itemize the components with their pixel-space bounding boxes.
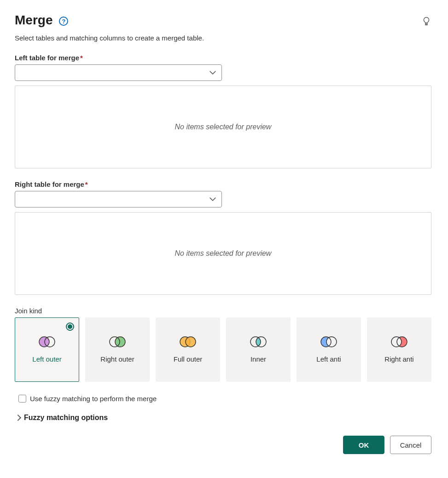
dialog-title: Merge [15, 13, 52, 28]
required-mark: * [80, 54, 83, 62]
venn-left-anti-icon [319, 336, 339, 348]
join-card-left-outer[interactable]: Left outer [15, 317, 79, 382]
right-preview-empty: No items selected for preview [175, 249, 272, 258]
venn-full-outer-icon [178, 336, 198, 348]
left-table-label: Left table for merge* [15, 54, 431, 62]
fuzzy-matching-row: Use fuzzy matching to perform the merge [15, 395, 431, 403]
join-kind-grid: Left outer Right outer Full outer [15, 317, 431, 382]
venn-left-outer-icon [37, 336, 57, 348]
left-table-preview: No items selected for preview [15, 86, 431, 168]
left-table-dropdown[interactable] [15, 64, 222, 81]
help-icon[interactable]: ? [59, 17, 68, 26]
join-name-right-outer: Right outer [100, 355, 134, 364]
selected-radio-icon [66, 323, 74, 331]
chevron-down-icon [209, 196, 216, 202]
join-card-left-anti[interactable]: Left anti [297, 317, 361, 382]
join-card-full-outer[interactable]: Full outer [156, 317, 220, 382]
join-card-right-outer[interactable]: Right outer [85, 317, 150, 382]
fuzzy-matching-checkbox[interactable] [18, 395, 26, 403]
svg-point-2 [115, 337, 125, 347]
chevron-down-icon [209, 69, 216, 76]
right-table-dropdown[interactable] [15, 191, 222, 207]
venn-inner-icon [248, 336, 268, 348]
left-table-label-text: Left table for merge [15, 54, 79, 62]
fuzzy-matching-label[interactable]: Use fuzzy matching to perform the merge [30, 395, 157, 403]
ok-button[interactable]: OK [343, 436, 384, 454]
header-left: Merge ? [15, 13, 68, 28]
join-name-inner: Inner [250, 355, 266, 364]
dialog-header: Merge ? [15, 13, 431, 28]
idea-icon[interactable] [421, 16, 431, 26]
merge-dialog: Merge ? Select tables and matching colum… [0, 0, 448, 467]
right-table-label-text: Right table for merge [15, 180, 84, 188]
join-name-left-anti: Left anti [316, 355, 341, 364]
join-name-full-outer: Full outer [174, 355, 203, 364]
join-name-left-outer: Left outer [32, 355, 61, 364]
join-kind-label: Join kind [15, 307, 431, 315]
fuzzy-options-label: Fuzzy matching options [24, 414, 108, 422]
venn-right-outer-icon [107, 336, 128, 348]
dialog-subtitle: Select tables and matching columns to cr… [15, 34, 431, 42]
right-table-preview: No items selected for preview [15, 212, 431, 295]
chevron-right-icon [15, 415, 21, 421]
dialog-footer: OK Cancel [15, 436, 431, 454]
svg-point-5 [186, 337, 196, 347]
join-name-right-anti: Right anti [384, 355, 413, 364]
svg-point-0 [39, 337, 49, 347]
left-preview-empty: No items selected for preview [175, 123, 272, 131]
join-card-right-anti[interactable]: Right anti [367, 317, 431, 382]
fuzzy-options-expander[interactable]: Fuzzy matching options [15, 414, 431, 422]
cancel-button[interactable]: Cancel [390, 436, 431, 454]
venn-right-anti-icon [389, 336, 409, 348]
required-mark: * [85, 180, 88, 188]
right-table-label: Right table for merge* [15, 180, 431, 188]
join-card-inner[interactable]: Inner [226, 317, 291, 382]
